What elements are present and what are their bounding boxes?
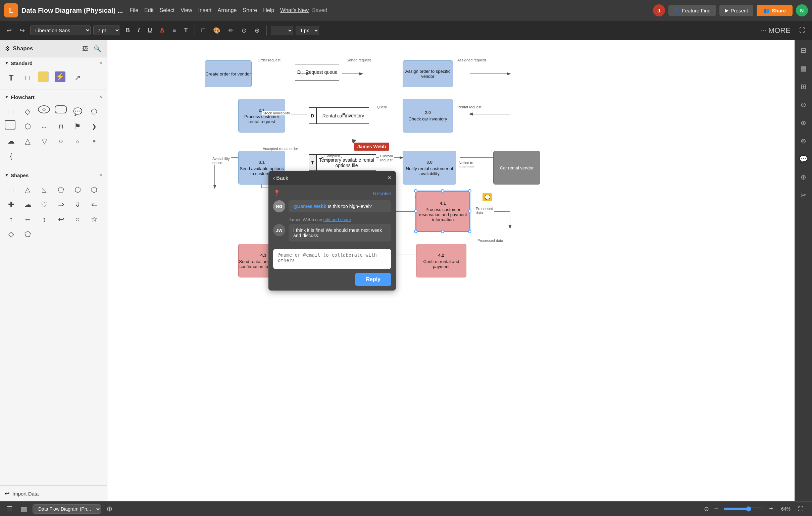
lightning-shape[interactable]: ⚡ <box>55 71 65 82</box>
fc-hex[interactable]: ⬡ <box>22 120 34 133</box>
chat-close-button[interactable]: × <box>387 174 391 181</box>
sh-plus[interactable]: ✚ <box>5 198 18 211</box>
fc-triangle-dn[interactable]: ▽ <box>38 135 51 148</box>
fc-callout[interactable]: 💬 <box>71 105 84 118</box>
sh-arrow-r[interactable]: ⇒ <box>55 198 67 211</box>
sh-right-tri[interactable]: ◺ <box>38 183 51 196</box>
bold-button[interactable]: B <box>123 26 133 35</box>
rect-shape[interactable]: □ <box>22 71 34 84</box>
fc-circle[interactable]: ○ <box>55 135 67 148</box>
menu-arrange[interactable]: Arrange <box>218 7 237 13</box>
chat-input[interactable] <box>273 249 391 269</box>
user-avatar-n[interactable]: N <box>796 4 808 17</box>
line-color-button[interactable]: ✏ <box>226 26 236 35</box>
comment-icon[interactable]: 💬 <box>483 193 492 201</box>
panel-button[interactable]: ⊞ <box>796 79 811 94</box>
reply-button[interactable]: Reply <box>355 273 391 286</box>
fill-color-button[interactable]: 🎨 <box>210 26 223 35</box>
list-view-button[interactable]: ☰ <box>4 504 16 514</box>
sh-curved-l[interactable]: ↩ <box>55 213 67 226</box>
handle-ml[interactable] <box>414 209 417 213</box>
sh-circle[interactable]: ○ <box>71 213 84 226</box>
node-assign-order[interactable]: Assign order to specific vendor <box>403 60 453 87</box>
sh-arrow-d[interactable]: ⇓ <box>71 198 84 211</box>
flowchart-section-header[interactable]: ▼ Flowchart × <box>0 91 107 103</box>
redo-button[interactable]: ↪ <box>17 26 28 35</box>
node-30[interactable]: 3.0 Notify rental customer of availabili… <box>403 151 456 184</box>
shapes-close-button[interactable]: × <box>99 172 102 178</box>
sh-diamond[interactable]: ◇ <box>5 228 18 240</box>
sh-arrow-lr[interactable]: ↔ <box>22 213 34 226</box>
handle-bl[interactable] <box>414 230 417 233</box>
menu-insert[interactable]: Insert <box>198 7 212 13</box>
node-car-rental-vendor[interactable]: Car rental vendor <box>493 151 540 184</box>
fc-flag[interactable]: ⚑ <box>71 120 84 133</box>
yellow-rect-shape[interactable] <box>38 71 49 82</box>
menu-whats-new[interactable]: What's New <box>280 7 309 13</box>
standard-close-button[interactable]: × <box>99 60 102 66</box>
format-button[interactable]: ⊟ <box>796 43 811 58</box>
fc-manual[interactable]: ⌂ <box>71 135 84 148</box>
fullscreen-button[interactable]: ⛶ <box>796 26 808 35</box>
sh-arrow-ud[interactable]: ↕ <box>38 213 51 226</box>
menu-file[interactable]: File <box>129 7 138 13</box>
sh-star[interactable]: ☆ <box>88 213 101 226</box>
node-request-queue[interactable]: D Request queue <box>295 64 339 81</box>
arrow-shape[interactable]: ↗ <box>71 71 84 84</box>
handle-tl[interactable] <box>414 189 417 193</box>
handle-mr[interactable] <box>468 209 471 213</box>
font-size-selector[interactable]: 7 pt <box>93 26 120 35</box>
copy-button[interactable]: ⊚ <box>796 134 811 148</box>
handle-br[interactable] <box>468 230 471 233</box>
undo-button[interactable]: ↩ <box>4 26 14 35</box>
fc-triangle-up[interactable]: △ <box>22 135 34 148</box>
import-data-button[interactable]: ↩ Import Data <box>0 485 107 501</box>
fc-cloud[interactable]: ☁ <box>5 135 18 148</box>
text-format-button[interactable]: T <box>181 26 191 35</box>
fc-cylinder[interactable]: ⊓ <box>55 120 67 133</box>
fc-list[interactable]: ≡ <box>88 135 101 148</box>
flowchart-close-button[interactable]: × <box>99 94 102 100</box>
present-button[interactable]: ▶ Present <box>719 5 754 16</box>
sh-hexagon[interactable]: ⬡ <box>71 183 84 196</box>
sh-arrow-l[interactable]: ⇐ <box>88 198 101 211</box>
sh-cloud[interactable]: ☁ <box>22 198 34 211</box>
sh-polygon[interactable]: ⬠ <box>22 228 34 240</box>
chat-back-button[interactable]: ‹ Back <box>273 175 288 181</box>
underline-button[interactable]: U <box>145 26 155 35</box>
tag-button[interactable]: ⊛ <box>796 170 811 184</box>
node-20[interactable]: 2.0 Check car inventory <box>403 99 453 133</box>
user-avatar-j[interactable]: J <box>653 4 665 17</box>
extra-style-button[interactable]: ⊕ <box>252 26 262 35</box>
node-42[interactable]: 4.2 Confirm rental and payment <box>416 244 466 278</box>
menu-edit[interactable]: Edit <box>144 7 154 13</box>
search-shapes-button[interactable]: 🔍 <box>92 44 102 54</box>
handle-tr[interactable] <box>468 189 471 193</box>
font-color-button[interactable]: A <box>157 26 167 35</box>
fc-pentagon[interactable]: ⬠ <box>88 105 101 118</box>
share-button[interactable]: 👥 Share <box>757 5 792 16</box>
menu-view[interactable]: View <box>180 7 192 13</box>
zoom-slider[interactable] <box>723 506 764 512</box>
zoom-in-button[interactable]: + <box>766 504 776 514</box>
connection-style-button[interactable]: ⊙ <box>239 26 249 35</box>
diagram-selector[interactable]: Data Flow Diagram (Ph... <box>33 504 101 514</box>
sh-triangle[interactable]: △ <box>22 183 34 196</box>
fc-rect[interactable]: □ <box>5 105 18 118</box>
text-shape[interactable]: T <box>5 71 18 84</box>
image-browse-button[interactable]: 🖼 <box>81 44 90 54</box>
sh-pentagon[interactable]: ⬠ <box>55 183 67 196</box>
resolve-button[interactable]: Resolve <box>373 191 391 196</box>
clock-button[interactable]: ⊙ <box>796 97 811 112</box>
menu-help[interactable]: Help <box>263 7 274 13</box>
fc-stadium[interactable]: ⬭ <box>38 105 50 113</box>
menu-share[interactable]: Share <box>242 7 257 13</box>
node-create-order[interactable]: Create order for vendor <box>205 60 252 87</box>
fc-rounded[interactable] <box>55 105 67 113</box>
node-temp-file[interactable]: T Temporary available rental options fil… <box>309 154 376 171</box>
fc-chevron[interactable]: ❯ <box>88 120 101 133</box>
standard-section-header[interactable]: ▼ Standard × <box>0 57 107 69</box>
grid-view-button[interactable]: ▦ <box>18 504 30 514</box>
node-21[interactable]: 2.1 Process customer rental request <box>238 99 285 133</box>
chat-icon-button[interactable]: 💬 <box>796 152 811 166</box>
